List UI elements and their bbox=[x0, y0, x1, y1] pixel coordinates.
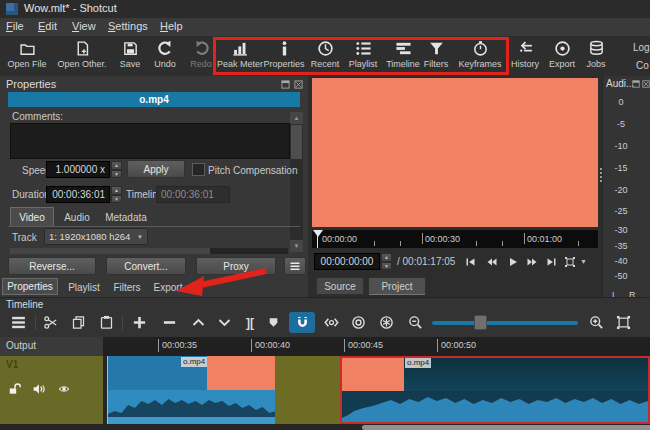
video-preview[interactable] bbox=[312, 78, 598, 227]
snap-toggle-button[interactable] bbox=[289, 312, 315, 333]
lock-icon[interactable] bbox=[8, 382, 22, 396]
scrub-while-dragging-button[interactable] bbox=[319, 312, 343, 333]
properties-button[interactable]: Properties bbox=[260, 40, 308, 69]
fast-forward-button[interactable] bbox=[524, 256, 540, 268]
dock-tab-properties[interactable]: Properties bbox=[2, 278, 58, 295]
ripple-delete-button[interactable] bbox=[156, 312, 182, 333]
eye-icon[interactable] bbox=[56, 383, 72, 395]
player-zoom-button[interactable] bbox=[564, 256, 576, 268]
append-button[interactable] bbox=[126, 312, 152, 333]
tab-metadata[interactable]: Metadata bbox=[98, 209, 154, 226]
timeline-clip-2[interactable] bbox=[275, 356, 340, 424]
zoom-slider-track[interactable] bbox=[432, 321, 578, 325]
undo-button[interactable]: Undo bbox=[148, 40, 182, 69]
float-panel-icon[interactable] bbox=[632, 80, 640, 88]
position-spin-up[interactable]: ▲ bbox=[381, 253, 392, 262]
zoom-out-button[interactable] bbox=[403, 312, 427, 333]
v1-track-header[interactable]: V1 bbox=[0, 356, 103, 424]
redo-button[interactable]: Redo bbox=[184, 40, 218, 69]
timeline-scrollbar[interactable] bbox=[0, 424, 650, 430]
timeline-menu-button[interactable] bbox=[4, 312, 32, 333]
rewind-button[interactable] bbox=[484, 256, 500, 268]
timeline-clip-3-selected[interactable] bbox=[340, 356, 650, 424]
menu-settings[interactable]: Settings bbox=[108, 20, 148, 32]
player-zoom-caret[interactable]: ▼ bbox=[580, 258, 587, 265]
properties-menu-button[interactable] bbox=[284, 257, 306, 275]
split-button[interactable]: ][ bbox=[238, 312, 262, 333]
duration-spin-up[interactable]: ▲ bbox=[111, 186, 122, 195]
speed-spin-down[interactable]: ▼ bbox=[111, 170, 122, 179]
zoom-in-button[interactable] bbox=[584, 312, 608, 333]
track-dropdown[interactable]: 1: 1920x1080 h264 ▼ bbox=[44, 228, 148, 245]
menu-help[interactable]: Help bbox=[160, 20, 183, 32]
scroll-down-arrow[interactable]: ▼ bbox=[290, 240, 303, 252]
zoom-slider-handle[interactable] bbox=[474, 315, 487, 330]
ripple-all-tracks-button[interactable] bbox=[374, 312, 398, 333]
dock-tab-export[interactable]: Export bbox=[148, 279, 188, 295]
marker-button[interactable] bbox=[262, 312, 284, 333]
keyframes-button[interactable]: Keyframes bbox=[454, 40, 506, 69]
skip-to-end-button[interactable] bbox=[545, 256, 558, 268]
dock-tab-playlist[interactable]: Playlist bbox=[62, 279, 106, 295]
dock-tab-filters[interactable]: Filters bbox=[108, 279, 146, 295]
zoom-fit-button[interactable] bbox=[611, 312, 635, 333]
export-button[interactable]: Export bbox=[544, 40, 580, 69]
menu-edit[interactable]: Edit bbox=[38, 20, 57, 32]
duration-spin-down[interactable]: ▼ bbox=[111, 195, 122, 204]
speed-spin-up[interactable]: ▲ bbox=[111, 161, 122, 170]
close-panel-icon[interactable] bbox=[642, 80, 650, 88]
clock-icon bbox=[317, 40, 334, 57]
timeline-ruler[interactable]: 00:00:35 00:00:40 00:00:45 00:00:50 bbox=[103, 337, 650, 356]
tab-audio[interactable]: Audio bbox=[56, 209, 98, 226]
speed-input[interactable]: 1.000000 x bbox=[46, 161, 110, 178]
duration-spinner[interactable]: ▲▼ bbox=[111, 186, 122, 203]
properties-horizontal-scrollbar[interactable] bbox=[10, 248, 288, 254]
scroll-thumb[interactable] bbox=[291, 125, 302, 159]
float-panel-icon[interactable] bbox=[281, 80, 290, 89]
play-button[interactable] bbox=[507, 256, 519, 268]
playlist-button[interactable]: Playlist bbox=[342, 40, 384, 69]
filters-button[interactable]: Filters bbox=[418, 40, 454, 69]
menu-view[interactable]: View bbox=[72, 20, 96, 32]
position-spinner[interactable]: ▲▼ bbox=[381, 253, 392, 270]
paste-button[interactable] bbox=[94, 312, 118, 333]
scroll-up-arrow[interactable]: ▲ bbox=[290, 112, 303, 124]
position-spin-down[interactable]: ▼ bbox=[381, 262, 392, 271]
tab-project[interactable]: Project bbox=[368, 277, 426, 295]
comments-textarea[interactable] bbox=[10, 123, 290, 159]
speed-spinner[interactable]: ▲▼ bbox=[111, 161, 122, 178]
h-scroll-thumb[interactable] bbox=[10, 248, 210, 254]
tab-source[interactable]: Source bbox=[316, 277, 364, 295]
copy-button[interactable] bbox=[66, 312, 90, 333]
convert-button[interactable]: Convert... bbox=[106, 257, 186, 275]
jobs-button[interactable]: Jobs bbox=[580, 40, 612, 69]
speaker-icon[interactable] bbox=[32, 382, 47, 396]
reverse-button[interactable]: Reverse... bbox=[8, 257, 96, 275]
timeline-scroll-thumb[interactable] bbox=[362, 425, 650, 430]
output-track-header[interactable]: Output bbox=[0, 337, 103, 357]
cut-button[interactable] bbox=[38, 312, 62, 333]
apply-button[interactable]: Apply bbox=[127, 160, 185, 178]
pitch-compensation-checkbox[interactable] bbox=[192, 163, 205, 176]
export-icon bbox=[554, 40, 571, 57]
history-button[interactable]: History bbox=[506, 40, 544, 69]
duration-input[interactable]: 00:00:36:01 bbox=[46, 186, 110, 203]
properties-vertical-scrollbar[interactable]: ▲ ▼ bbox=[290, 112, 303, 252]
ripple-button[interactable] bbox=[346, 312, 370, 333]
menu-file[interactable]: File bbox=[6, 20, 24, 32]
lift-button[interactable] bbox=[186, 312, 210, 333]
peak-meter-button[interactable]: Peak Meter bbox=[214, 40, 266, 69]
skip-to-start-button[interactable] bbox=[464, 256, 477, 268]
player-scrub-bar[interactable]: 00:00:00 00:00:30 00:01:00 bbox=[312, 230, 598, 248]
title-bar[interactable]: Wow.mlt* - Shotcut bbox=[0, 0, 650, 19]
scissors-icon bbox=[43, 315, 58, 330]
proxy-button[interactable]: Proxy bbox=[196, 257, 276, 275]
tab-video[interactable]: Video bbox=[10, 207, 54, 226]
current-position-input[interactable]: 00:00:00:00 bbox=[314, 253, 380, 270]
open-file-button[interactable]: Open File bbox=[2, 40, 52, 69]
close-panel-icon[interactable] bbox=[294, 80, 303, 89]
overwrite-button[interactable] bbox=[212, 312, 236, 333]
open-other-button[interactable]: Open Other. bbox=[52, 40, 112, 69]
save-button[interactable]: Save bbox=[112, 40, 148, 69]
recent-button[interactable]: Recent bbox=[306, 40, 344, 69]
